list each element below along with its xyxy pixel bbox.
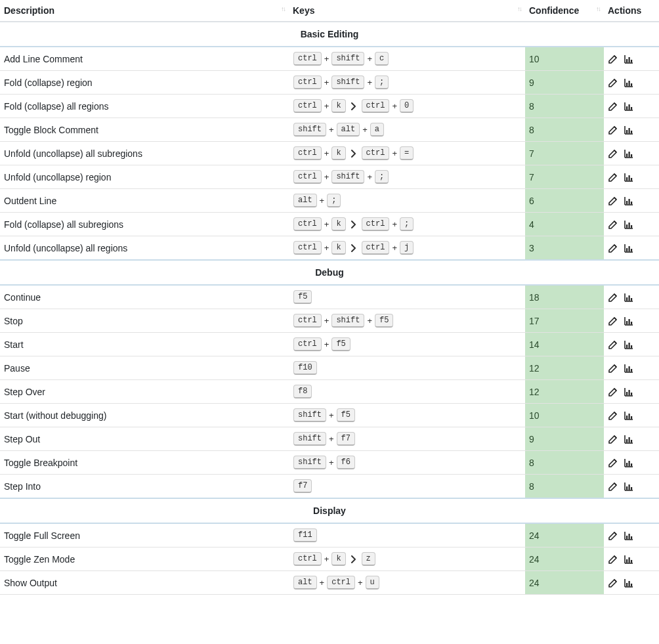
edit-icon[interactable] <box>608 458 618 468</box>
edit-icon[interactable] <box>608 243 618 253</box>
cell-keys: ctrl+kctrl+j <box>289 236 525 261</box>
edit-icon[interactable] <box>608 196 618 206</box>
edit-icon[interactable] <box>608 54 618 64</box>
chart-icon[interactable] <box>624 530 634 541</box>
table-row: Unfold (uncollapse) regionctrl+shift+;7 <box>0 165 659 189</box>
key-shift: shift <box>293 123 326 137</box>
svg-rect-45 <box>626 439 627 442</box>
key-alt: alt <box>337 123 360 137</box>
edit-icon[interactable] <box>608 339 618 350</box>
key-shift: shift <box>331 314 364 328</box>
edit-icon[interactable] <box>608 125 618 135</box>
svg-rect-41 <box>631 393 632 395</box>
group-header: Display <box>0 498 659 523</box>
chart-icon[interactable] <box>624 243 634 253</box>
chart-icon[interactable] <box>624 578 634 588</box>
chart-icon[interactable] <box>624 101 634 112</box>
header-keys[interactable]: Keys ↑↓ <box>289 0 525 22</box>
edit-icon[interactable] <box>608 292 618 303</box>
shortcuts-table: Description ↑↓ Keys ↑↓ Confidence ↑↓ Act… <box>0 0 659 595</box>
chart-icon[interactable] <box>624 434 634 444</box>
key-0: 0 <box>400 99 414 113</box>
cell-actions <box>604 547 659 571</box>
chart-icon[interactable] <box>624 363 634 374</box>
table-row: Toggle Full Screenf1124 <box>0 523 659 547</box>
chart-icon[interactable] <box>624 316 634 326</box>
header-confidence[interactable]: Confidence ↑↓ <box>525 0 604 22</box>
chart-icon[interactable] <box>624 481 634 492</box>
plus-separator: + <box>324 148 330 158</box>
chart-icon[interactable] <box>624 554 634 565</box>
chart-icon[interactable] <box>624 148 634 159</box>
edit-icon[interactable] <box>608 172 618 182</box>
key-shift: shift <box>293 408 326 422</box>
svg-rect-17 <box>631 178 632 181</box>
key-f7: f7 <box>293 479 312 493</box>
svg-rect-29 <box>631 298 632 301</box>
key-f8: f8 <box>293 385 312 398</box>
cell-confidence: 9 <box>525 71 604 95</box>
svg-rect-48 <box>626 463 627 466</box>
svg-rect-18 <box>626 201 627 204</box>
cell-actions <box>604 475 659 499</box>
svg-rect-16 <box>629 175 630 181</box>
chart-icon[interactable] <box>624 172 634 182</box>
cell-description: Pause <box>0 356 289 380</box>
plus-separator: + <box>324 339 330 349</box>
svg-rect-23 <box>631 225 632 228</box>
cell-actions <box>604 71 659 95</box>
chart-icon[interactable] <box>624 458 634 468</box>
svg-rect-54 <box>626 536 627 539</box>
chevron-right-icon <box>351 244 357 252</box>
key-shift: shift <box>331 170 364 184</box>
plus-separator: + <box>358 578 363 588</box>
cell-confidence: 7 <box>525 165 604 189</box>
plus-separator: + <box>324 77 330 87</box>
chart-icon[interactable] <box>624 339 634 350</box>
header-description[interactable]: Description ↑↓ <box>0 0 289 22</box>
edit-icon[interactable] <box>608 219 618 230</box>
plus-separator: + <box>392 243 397 253</box>
sort-icon: ↑↓ <box>517 5 521 12</box>
svg-rect-49 <box>629 461 630 466</box>
edit-icon[interactable] <box>608 554 618 565</box>
cell-actions <box>604 451 659 475</box>
edit-icon[interactable] <box>608 387 618 397</box>
header-keys-label: Keys <box>293 5 314 16</box>
cell-keys: ctrl+f5 <box>289 333 525 356</box>
chart-icon[interactable] <box>624 77 634 88</box>
chart-icon[interactable] <box>624 410 634 421</box>
edit-icon[interactable] <box>608 410 618 421</box>
edit-icon[interactable] <box>608 530 618 541</box>
edit-icon[interactable] <box>608 148 618 159</box>
group-header: Debug <box>0 260 659 285</box>
cell-description: Step Over <box>0 380 289 404</box>
cell-actions <box>604 571 659 595</box>
table-row: Startctrl+f514 <box>0 333 659 356</box>
chart-icon[interactable] <box>624 219 634 230</box>
edit-icon[interactable] <box>608 363 618 374</box>
chart-icon[interactable] <box>624 292 634 303</box>
key-ctrl: ctrl <box>293 170 322 184</box>
cell-actions <box>604 142 659 165</box>
table-row: Step Overf812 <box>0 380 659 404</box>
svg-rect-55 <box>629 534 630 539</box>
chart-icon[interactable] <box>624 54 634 64</box>
cell-confidence: 24 <box>525 523 604 547</box>
edit-icon[interactable] <box>608 77 618 88</box>
chart-icon[interactable] <box>624 196 634 206</box>
edit-icon[interactable] <box>608 481 618 492</box>
edit-icon[interactable] <box>608 316 618 326</box>
cell-actions <box>604 427 659 451</box>
svg-rect-24 <box>626 248 627 251</box>
table-row: Outdent Linealt+;6 <box>0 189 659 213</box>
cell-description: Toggle Breakpoint <box>0 451 289 475</box>
edit-icon[interactable] <box>608 434 618 444</box>
chart-icon[interactable] <box>624 387 634 397</box>
svg-rect-10 <box>629 128 630 133</box>
edit-icon[interactable] <box>608 101 618 112</box>
edit-icon[interactable] <box>608 578 618 588</box>
svg-rect-62 <box>631 584 632 586</box>
cell-confidence: 10 <box>525 47 604 71</box>
chart-icon[interactable] <box>624 125 634 135</box>
